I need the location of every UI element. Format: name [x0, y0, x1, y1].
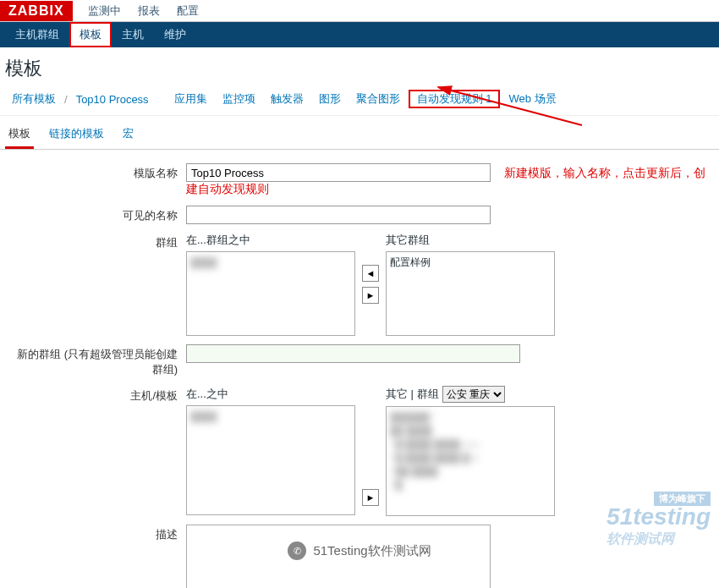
input-visible-name[interactable]	[186, 206, 491, 224]
top-nav: ZABBIX 监测中 报表 配置	[0, 0, 719, 22]
listbox-in-hosts[interactable]: ████	[186, 405, 355, 515]
subnav-hosts[interactable]: 主机	[112, 22, 154, 47]
filter-screens[interactable]: 聚合图形	[349, 91, 407, 107]
filter-current[interactable]: Top10 Process	[69, 93, 156, 106]
page-title: 模板	[0, 47, 719, 86]
filter-all-templates[interactable]: 所有模板	[5, 91, 63, 107]
logo: ZABBIX	[0, 1, 73, 21]
select-host-group[interactable]: 公安 重庆	[442, 386, 505, 403]
list-item[interactable]: 配置样例	[390, 256, 551, 270]
breadcrumb-sep: /	[64, 93, 68, 106]
listbox-other-hosts[interactable]: ██████ *██ ████T█ ████ ████ viceT█ ████ …	[386, 406, 555, 516]
wechat-bar: ✆ 51Testing软件测试网	[0, 541, 719, 560]
tab-macros[interactable]: 宏	[119, 121, 137, 149]
subnav-maintenance[interactable]: 维护	[154, 22, 196, 47]
filter-triggers[interactable]: 触发器	[264, 91, 310, 107]
move-right-hosts-btn[interactable]: ►	[362, 489, 379, 506]
label-new-group: 新的群组 (只有超级管理员能创建群组)	[8, 344, 186, 377]
tab-linked[interactable]: 链接的模板	[46, 121, 107, 149]
tabs: 模板 链接的模板 宏	[0, 116, 719, 150]
label-template-name: 模版名称	[8, 163, 186, 181]
label-in-hosts: 在...之中	[186, 387, 355, 402]
topnav-reports[interactable]: 报表	[129, 3, 168, 19]
label-visible-name: 可见的名称	[8, 206, 186, 223]
filter-applications[interactable]: 应用集	[167, 91, 214, 107]
tab-template[interactable]: 模板	[5, 121, 34, 149]
label-hosts: 主机/模板	[8, 386, 186, 404]
subnav-hostgroups[interactable]: 主机群组	[5, 22, 69, 47]
filter-items[interactable]: 监控项	[216, 91, 262, 107]
sub-nav: 主机群组 模板 主机 维护	[0, 22, 719, 47]
listbox-in-groups[interactable]: ████	[186, 251, 355, 336]
label-groups: 群组	[8, 233, 186, 250]
wechat-text: 51Testing软件测试网	[313, 543, 431, 559]
filter-row: 所有模板 / Top10 Process 应用集 监控项 触发器 图形 聚合图形…	[0, 86, 719, 116]
topnav-monitoring[interactable]: 监测中	[80, 3, 129, 19]
filter-web[interactable]: Web 场景	[502, 91, 563, 107]
move-left-btn[interactable]: ◄	[362, 265, 379, 282]
form-area: 模版名称 新建模版，输入名称，点击更新后，创建自动发现规则 可见的名称 群组 在…	[0, 150, 719, 588]
move-right-btn[interactable]: ►	[362, 287, 379, 304]
topnav-config[interactable]: 配置	[168, 3, 207, 19]
filter-discovery[interactable]: 自动发现规则 1	[409, 90, 501, 108]
label-other-hosts: 其它 | 群组	[386, 387, 439, 402]
label-in-groups: 在...群组之中	[186, 233, 355, 248]
label-description: 描述	[8, 525, 186, 542]
filter-graphs[interactable]: 图形	[312, 91, 348, 107]
label-other-groups: 其它群组	[386, 233, 555, 248]
wechat-icon: ✆	[288, 541, 306, 560]
input-new-group[interactable]	[186, 344, 520, 363]
input-template-name[interactable]	[186, 163, 491, 182]
subnav-templates[interactable]: 模板	[69, 22, 112, 47]
listbox-other-groups[interactable]: 配置样例	[386, 251, 555, 336]
